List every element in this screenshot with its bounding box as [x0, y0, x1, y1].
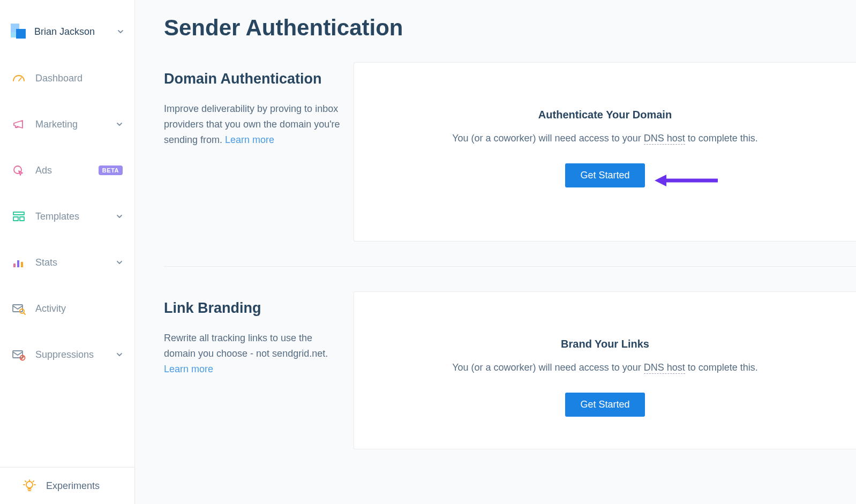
lightbulb-icon — [22, 479, 36, 492]
section-title: Domain Authentication — [164, 71, 341, 87]
nav-item-activity[interactable]: Activity — [0, 297, 134, 320]
nav-label: Dashboard — [35, 73, 123, 84]
section-description: Rewrite all tracking links to use the do… — [164, 330, 341, 377]
cursor-click-icon — [12, 164, 26, 177]
svg-rect-1 — [13, 212, 24, 215]
nav-item-suppressions[interactable]: Suppressions — [0, 343, 134, 366]
svg-rect-5 — [17, 260, 19, 267]
card-subtext-after: to complete this. — [685, 362, 758, 373]
nav-label: Stats — [35, 257, 107, 268]
card-subtext-before: You (or a coworker) will need access to … — [452, 362, 644, 373]
chevron-down-icon — [116, 351, 123, 358]
section-link-branding: Link Branding Rewrite all tracking links… — [135, 291, 856, 449]
get-started-button[interactable]: Get Started — [565, 393, 644, 417]
svg-point-11 — [26, 482, 33, 488]
svg-marker-13 — [655, 175, 666, 186]
chevron-down-icon — [116, 259, 123, 266]
sidebar-footer: Experiments — [0, 467, 134, 504]
get-started-button[interactable]: Get Started — [565, 163, 644, 187]
learn-more-link[interactable]: Learn more — [225, 134, 274, 145]
nav-item-experiments[interactable]: Experiments — [0, 468, 134, 504]
bar-chart-icon — [12, 256, 26, 269]
nav-label: Templates — [35, 211, 107, 222]
section-description-text: Rewrite all tracking links to use the do… — [164, 333, 328, 359]
card-subtext-before: You (or a coworker) will need access to … — [452, 133, 644, 144]
svg-point-0 — [14, 166, 21, 174]
nav-label: Ads — [35, 165, 89, 176]
chevron-down-icon — [117, 28, 124, 35]
svg-rect-6 — [21, 262, 23, 267]
card-subtext: You (or a coworker) will need access to … — [376, 133, 835, 144]
card-authenticate-domain: Authenticate Your Domain You (or a cowor… — [354, 62, 856, 242]
section-divider — [164, 266, 856, 267]
section-domain-authentication: Domain Authentication Improve deliverabi… — [135, 62, 856, 242]
card-heading: Brand Your Links — [376, 338, 835, 350]
nav-item-dashboard[interactable]: Dashboard — [0, 66, 134, 90]
dns-host-term[interactable]: DNS host — [644, 362, 685, 374]
app-logo-icon — [11, 24, 27, 40]
primary-nav: Dashboard Marketing Ads BETA — [0, 56, 134, 467]
nav-item-ads[interactable]: Ads BETA — [0, 159, 134, 182]
envelope-search-icon — [12, 302, 26, 315]
svg-rect-7 — [13, 305, 22, 312]
chevron-down-icon — [116, 213, 123, 220]
nav-label: Experiments — [46, 480, 123, 492]
page-title: Sender Authentication — [135, 15, 856, 41]
svg-rect-2 — [13, 217, 18, 221]
nav-item-marketing[interactable]: Marketing — [0, 112, 134, 136]
annotation-arrow-icon — [655, 173, 719, 188]
nav-label: Activity — [35, 303, 123, 314]
section-title: Link Branding — [164, 300, 341, 317]
card-brand-links: Brand Your Links You (or a coworker) wil… — [354, 291, 856, 449]
card-subtext: You (or a coworker) will need access to … — [376, 362, 835, 373]
svg-rect-4 — [13, 264, 16, 267]
layout-icon — [12, 210, 26, 223]
sidebar: Brian Jackson Dashboard Marketing — [0, 0, 135, 504]
section-description: Improve deliverability by proving to inb… — [164, 101, 341, 147]
chevron-down-icon — [116, 121, 123, 127]
card-heading: Authenticate Your Domain — [376, 109, 835, 121]
nav-label: Suppressions — [35, 349, 107, 360]
nav-item-stats[interactable]: Stats — [0, 251, 134, 274]
svg-rect-9 — [13, 351, 22, 358]
user-name: Brian Jackson — [34, 26, 110, 37]
gauge-icon — [12, 72, 26, 85]
svg-rect-3 — [20, 217, 24, 221]
nav-label: Marketing — [35, 119, 107, 130]
megaphone-icon — [12, 118, 26, 131]
card-subtext-after: to complete this. — [685, 133, 758, 144]
main-content: Sender Authentication Domain Authenticat… — [135, 0, 856, 504]
dns-host-term[interactable]: DNS host — [644, 133, 685, 145]
account-switcher[interactable]: Brian Jackson — [0, 0, 134, 56]
envelope-blocked-icon — [12, 348, 26, 361]
beta-badge: BETA — [99, 166, 123, 175]
learn-more-link[interactable]: Learn more — [164, 364, 213, 374]
nav-item-templates[interactable]: Templates — [0, 205, 134, 228]
